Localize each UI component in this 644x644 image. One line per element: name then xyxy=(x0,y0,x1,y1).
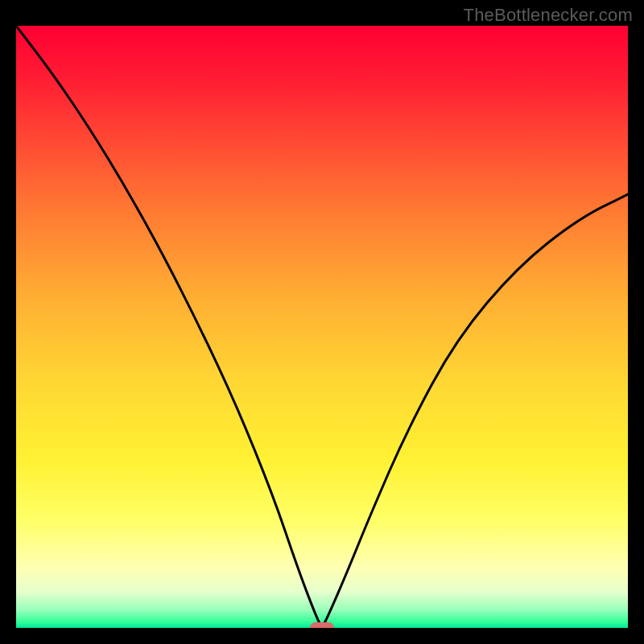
optimal-marker xyxy=(310,622,334,628)
plot-area xyxy=(16,26,628,628)
attribution-label: TheBottlenecker.com xyxy=(464,5,633,26)
bottleneck-curve xyxy=(16,26,628,628)
chart-frame: TheBottlenecker.com xyxy=(0,0,644,644)
curve-path xyxy=(16,26,628,625)
